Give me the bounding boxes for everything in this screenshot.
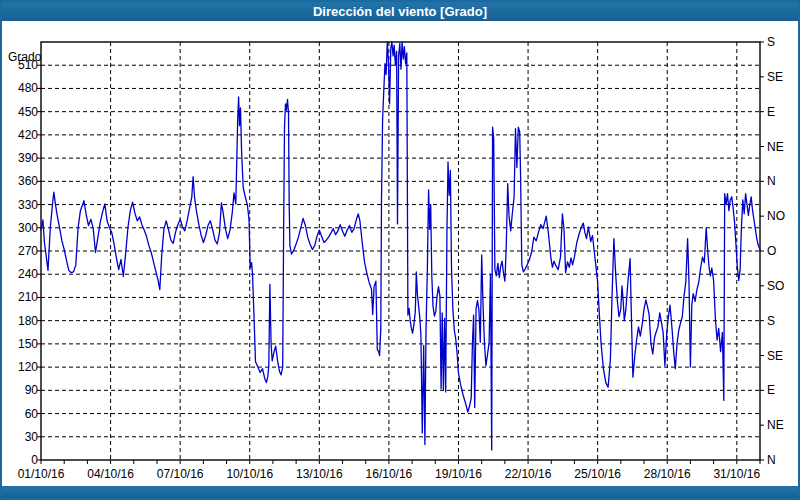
svg-text:0: 0 [31, 453, 38, 467]
svg-text:30: 30 [25, 430, 39, 444]
svg-text:O: O [767, 244, 776, 258]
svg-text:N: N [767, 453, 776, 467]
svg-text:150: 150 [18, 337, 38, 351]
svg-text:04/10/16: 04/10/16 [87, 467, 134, 481]
svg-text:270: 270 [18, 244, 38, 258]
axis-ticks [37, 42, 764, 464]
svg-text:420: 420 [18, 128, 38, 142]
svg-text:120: 120 [18, 360, 38, 374]
svg-text:330: 330 [18, 198, 38, 212]
svg-text:390: 390 [18, 151, 38, 165]
svg-text:300: 300 [18, 221, 38, 235]
svg-text:90: 90 [25, 383, 39, 397]
y-gridlines [41, 65, 760, 437]
svg-text:480: 480 [18, 81, 38, 95]
svg-text:10/10/16: 10/10/16 [226, 467, 273, 481]
bottom-bar [2, 486, 798, 498]
wind-direction-line [41, 42, 760, 450]
svg-text:31/10/16: 31/10/16 [713, 467, 760, 481]
svg-text:S: S [767, 314, 775, 328]
x-axis-labels: 01/10/1604/10/1607/10/1610/10/1613/10/16… [18, 467, 761, 481]
svg-text:16/10/16: 16/10/16 [366, 467, 413, 481]
chart-title: Dirección del viento [Grado] [313, 4, 487, 19]
svg-text:NE: NE [767, 140, 784, 154]
svg-text:510: 510 [18, 58, 38, 72]
svg-text:NO: NO [767, 209, 785, 223]
svg-text:19/10/16: 19/10/16 [435, 467, 482, 481]
svg-text:28/10/16: 28/10/16 [644, 467, 691, 481]
y-axis-right-labels: NNEESESSOONONNEESES [767, 35, 785, 467]
wind-direction-plot: 0306090120150180210240270300330360390420… [2, 21, 798, 486]
svg-text:S: S [767, 35, 775, 49]
svg-text:13/10/16: 13/10/16 [296, 467, 343, 481]
svg-text:240: 240 [18, 267, 38, 281]
chart-area: Grado 0306090120150180210240270300330360… [2, 21, 798, 486]
chart-window: Dirección del viento [Grado] Grado 03060… [0, 0, 800, 500]
y-axis-left-labels: 0306090120150180210240270300330360390420… [18, 58, 38, 467]
svg-text:210: 210 [18, 290, 38, 304]
svg-text:SE: SE [767, 349, 783, 363]
svg-text:01/10/16: 01/10/16 [18, 467, 65, 481]
svg-text:SE: SE [767, 70, 783, 84]
svg-text:07/10/16: 07/10/16 [157, 467, 204, 481]
svg-text:E: E [767, 383, 775, 397]
svg-text:SO: SO [767, 279, 784, 293]
svg-text:60: 60 [25, 407, 39, 421]
svg-text:E: E [767, 105, 775, 119]
svg-text:25/10/16: 25/10/16 [574, 467, 621, 481]
svg-text:180: 180 [18, 314, 38, 328]
svg-text:360: 360 [18, 174, 38, 188]
svg-text:450: 450 [18, 105, 38, 119]
svg-text:NE: NE [767, 418, 784, 432]
svg-text:22/10/16: 22/10/16 [505, 467, 552, 481]
title-bar: Dirección del viento [Grado] [2, 2, 798, 21]
svg-text:N: N [767, 174, 776, 188]
